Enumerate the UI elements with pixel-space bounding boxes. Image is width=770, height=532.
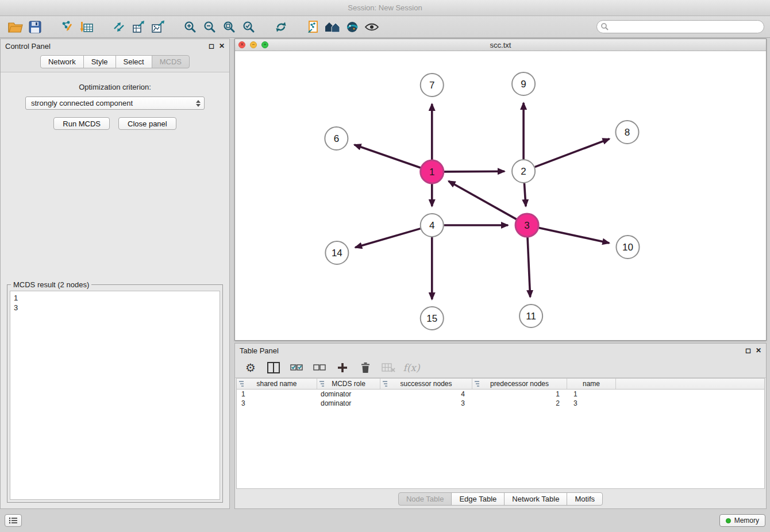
style-icon[interactable] <box>342 18 362 36</box>
graph-node-6[interactable]: 6 <box>325 127 348 150</box>
sort-icon[interactable] <box>383 381 388 389</box>
graph-node-11[interactable]: 11 <box>519 304 542 327</box>
function-builder-icon[interactable]: f(x) <box>404 360 419 375</box>
table-cell[interactable]: 1 <box>472 390 567 398</box>
table-cell[interactable]: 3 <box>567 399 616 407</box>
open-session-icon[interactable] <box>6 18 25 36</box>
graph-node-3[interactable]: 3 <box>515 214 538 237</box>
import-network-icon[interactable] <box>57 18 77 36</box>
close-panel-button[interactable]: Close panel <box>118 117 176 130</box>
save-session-icon[interactable] <box>25 18 45 36</box>
mcds-result-title: MCDS result (2 nodes) <box>11 280 91 289</box>
network-arrows-icon[interactable] <box>109 18 129 36</box>
sort-icon[interactable] <box>475 381 480 389</box>
graph-node-4[interactable]: 4 <box>421 214 444 237</box>
graph-edge-4-14[interactable] <box>355 229 420 248</box>
table-settings-gear-icon[interactable]: ⚙ <box>243 360 258 375</box>
table-row[interactable]: 3dominator323 <box>237 399 764 408</box>
dropdown-selected-value: strongly connected component <box>31 99 196 107</box>
tab-motifs[interactable]: Motifs <box>567 492 603 506</box>
graph-edge-2-3[interactable] <box>524 183 526 206</box>
graph-node-7[interactable]: 7 <box>421 74 444 97</box>
zoom-fit-icon[interactable] <box>220 18 239 36</box>
table-cell[interactable]: 3 <box>237 399 317 407</box>
graph-edge-3-1[interactable] <box>449 181 517 219</box>
tab-select[interactable]: Select <box>116 55 152 68</box>
zoom-in-icon[interactable] <box>180 18 200 36</box>
window-title: Session: New Session <box>348 3 422 12</box>
table-cell[interactable]: 1 <box>237 390 317 398</box>
sort-icon[interactable] <box>319 381 325 389</box>
graph-edge-1-2[interactable] <box>444 171 505 172</box>
run-mcds-button[interactable]: Run MCDS <box>53 117 110 130</box>
search-field-wrap <box>596 20 764 33</box>
memory-button[interactable]: Memory <box>719 514 765 527</box>
create-column-icon[interactable] <box>335 360 350 375</box>
table-cell[interactable]: 2 <box>472 399 567 407</box>
column-header-predecessor-nodes[interactable]: predecessor nodes <box>472 379 567 389</box>
graph-edge-2-8[interactable] <box>535 139 610 167</box>
graph-node-10[interactable]: 10 <box>616 236 639 259</box>
network-canvas[interactable]: 7968124314101511 <box>235 51 766 340</box>
graph-node-1[interactable]: 1 <box>421 160 444 183</box>
graph-edge-1-6[interactable] <box>355 145 421 168</box>
column-header-filler <box>616 379 764 389</box>
optimization-criterion-label: Optimization criterion: <box>79 83 151 91</box>
column-header-shared-name[interactable]: shared name <box>237 379 317 389</box>
table-cell[interactable]: dominator <box>317 390 380 398</box>
tab-network[interactable]: Network <box>40 55 84 68</box>
show-columns-icon[interactable] <box>266 360 281 375</box>
graph-node-label: 15 <box>426 313 437 324</box>
tab-node-table[interactable]: Node Table <box>398 492 452 506</box>
delete-column-icon[interactable] <box>358 360 373 375</box>
graph-edge-3-11[interactable] <box>528 237 530 297</box>
graph-node-2[interactable]: 2 <box>512 160 535 183</box>
graph-node-label: 4 <box>429 220 434 231</box>
zoom-selected-icon[interactable] <box>239 18 259 36</box>
select-all-columns-icon[interactable] <box>289 360 304 375</box>
column-header-successor-nodes[interactable]: successor nodes <box>380 379 472 389</box>
main-toolbar <box>0 16 770 38</box>
table-cell[interactable]: 4 <box>380 390 472 398</box>
graph-node-9[interactable]: 9 <box>512 72 535 95</box>
graph-node-label: 8 <box>625 127 630 138</box>
float-table-panel-icon[interactable]: ◻ <box>745 347 751 354</box>
close-panel-icon[interactable]: ✕ <box>219 43 225 49</box>
export-image-icon[interactable] <box>148 18 168 36</box>
delete-table-icon[interactable] <box>381 360 396 375</box>
close-table-panel-icon[interactable]: ✕ <box>756 347 761 354</box>
search-input[interactable] <box>596 20 764 33</box>
graph-node-15[interactable]: 15 <box>421 307 444 330</box>
eye-icon[interactable] <box>362 18 382 36</box>
optimization-criterion-dropdown[interactable]: strongly connected component <box>25 97 205 110</box>
table-cell[interactable]: 3 <box>380 399 472 407</box>
zoom-out-icon[interactable] <box>200 18 220 36</box>
tab-edge-table[interactable]: Edge Table <box>451 492 505 506</box>
column-header-name[interactable]: name <box>567 379 616 389</box>
graph-node-label: 10 <box>622 242 633 253</box>
graph-node-14[interactable]: 14 <box>325 241 348 264</box>
refresh-icon[interactable] <box>271 18 291 36</box>
mcds-result-list[interactable]: 1 3 <box>10 291 220 500</box>
task-history-button[interactable] <box>5 514 22 527</box>
float-panel-icon[interactable]: ◻ <box>209 43 214 49</box>
table-cell[interactable]: 1 <box>567 390 616 398</box>
column-header-mcds-role[interactable]: MCDS role <box>317 379 380 389</box>
new-network-from-selection-icon[interactable] <box>303 18 323 36</box>
home-icon[interactable] <box>323 18 342 36</box>
export-table-icon[interactable] <box>129 18 148 36</box>
network-window-title: scc.txt <box>235 41 766 49</box>
tab-style[interactable]: Style <box>83 55 116 68</box>
tab-mcds[interactable]: MCDS <box>152 55 190 68</box>
tab-network-table[interactable]: Network Table <box>504 492 567 506</box>
table-row[interactable]: 1dominator411 <box>237 390 764 399</box>
table-cell[interactable]: dominator <box>317 399 380 407</box>
sort-icon[interactable] <box>239 381 245 389</box>
table-header-row: shared name MCDS role successor nodes pr… <box>237 379 764 390</box>
graph-edge-3-10[interactable] <box>539 228 609 243</box>
import-table-icon[interactable] <box>77 18 97 36</box>
deselect-all-columns-icon[interactable] <box>312 360 327 375</box>
mcds-result-fieldset: MCDS result (2 nodes) 1 3 <box>7 284 223 503</box>
graph-node-8[interactable]: 8 <box>615 121 638 144</box>
window-titlebar: Session: New Session <box>0 0 770 16</box>
